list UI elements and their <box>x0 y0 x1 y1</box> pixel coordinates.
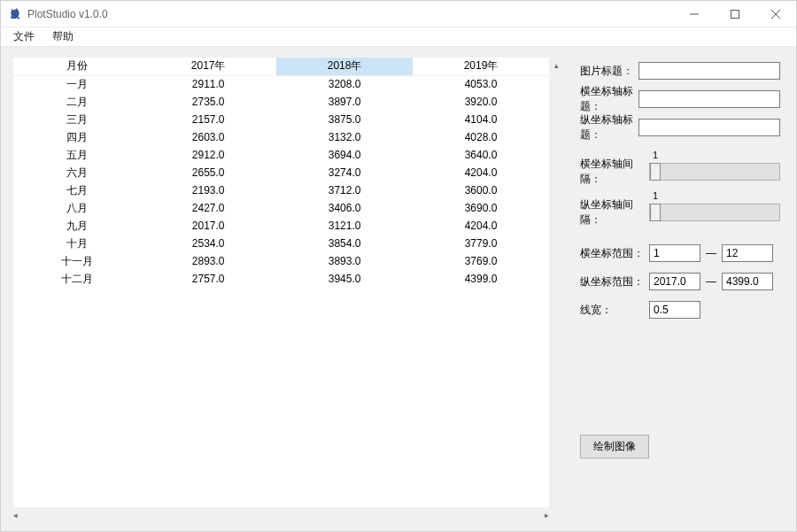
menubar: 文件 帮助 <box>1 27 796 47</box>
data-table[interactable]: 月份2017年2018年2019年 一月2911.03208.04053.0二月… <box>13 58 549 288</box>
table-row[interactable]: 十一月2893.03893.03769.0 <box>13 252 549 270</box>
table-cell[interactable]: 十一月 <box>13 252 140 270</box>
table-header-cell[interactable]: 2017年 <box>140 58 276 75</box>
table-row[interactable]: 五月2912.03694.03640.0 <box>13 146 549 164</box>
table-cell[interactable]: 3690.0 <box>413 199 549 217</box>
table-cell[interactable]: 2735.0 <box>140 93 276 111</box>
image-title-input[interactable] <box>638 62 780 80</box>
table-cell[interactable]: 4028.0 <box>413 128 549 146</box>
table-cell[interactable]: 3875.0 <box>276 111 413 128</box>
titlebar: PlotStudio v1.0.0 <box>1 1 796 27</box>
maximize-icon <box>731 10 739 19</box>
table-cell[interactable]: 3897.0 <box>276 93 413 111</box>
menu-file[interactable]: 文件 <box>4 27 43 46</box>
y-axis-title-input[interactable] <box>638 119 780 136</box>
table-cell[interactable]: 4104.0 <box>413 111 549 128</box>
table-cell[interactable]: 3694.0 <box>276 146 413 164</box>
table-cell[interactable]: 2911.0 <box>140 75 276 93</box>
table-cell[interactable]: 五月 <box>13 146 140 164</box>
linewidth-input[interactable] <box>649 301 700 319</box>
table-cell[interactable]: 2534.0 <box>140 235 276 252</box>
x-axis-title-input[interactable] <box>638 90 780 108</box>
table-cell[interactable]: 一月 <box>13 75 140 93</box>
table-row[interactable]: 三月2157.03875.04104.0 <box>13 111 549 128</box>
table-cell[interactable]: 十月 <box>13 235 140 252</box>
close-button[interactable] <box>755 1 796 27</box>
table-row[interactable]: 九月2017.03121.04204.0 <box>13 217 549 235</box>
table-cell[interactable]: 3779.0 <box>413 235 549 252</box>
x-range-max-input[interactable] <box>722 244 773 262</box>
table-row[interactable]: 四月2603.03132.04028.0 <box>13 128 549 146</box>
table-cell[interactable]: 2893.0 <box>140 252 276 270</box>
table-header-cell[interactable]: 2018年 <box>276 58 413 75</box>
table-row[interactable]: 八月2427.03406.03690.0 <box>13 199 549 217</box>
table-cell[interactable]: 4204.0 <box>413 164 549 181</box>
table-cell[interactable]: 2157.0 <box>140 111 276 128</box>
content-area: 月份2017年2018年2019年 一月2911.03208.04053.0二月… <box>1 47 796 532</box>
table-cell[interactable]: 4399.0 <box>413 270 549 288</box>
table-cell[interactable]: 2655.0 <box>140 164 276 181</box>
table-cell[interactable]: 2193.0 <box>140 181 276 199</box>
table-cell[interactable]: 2017.0 <box>140 217 276 235</box>
menu-help[interactable]: 帮助 <box>43 27 82 46</box>
table-row[interactable]: 六月2655.03274.04204.0 <box>13 164 549 181</box>
x-axis-title-label: 横坐标轴标题： <box>580 84 638 114</box>
table-cell[interactable]: 3406.0 <box>276 199 413 217</box>
table-cell[interactable]: 二月 <box>13 93 140 111</box>
table-cell[interactable]: 3920.0 <box>413 93 549 111</box>
table-row[interactable]: 一月2911.03208.04053.0 <box>13 75 549 93</box>
linewidth-label: 线宽： <box>580 303 649 318</box>
table-header-row: 月份2017年2018年2019年 <box>13 58 549 75</box>
x-interval-slider-thumb[interactable] <box>650 163 661 181</box>
x-range-min-input[interactable] <box>649 244 700 262</box>
x-interval-slider[interactable] <box>649 163 780 181</box>
vertical-scrollbar[interactable]: ▴ ▾ <box>549 58 564 522</box>
horizontal-scrollbar[interactable]: ◂ ▸ <box>13 507 549 522</box>
y-range-min-input[interactable] <box>649 273 700 290</box>
table-header-cell[interactable]: 月份 <box>13 58 140 75</box>
chevron-up-icon: ▴ <box>554 61 559 70</box>
y-interval-slider-thumb[interactable] <box>650 204 661 221</box>
table-cell[interactable]: 3121.0 <box>276 217 413 235</box>
table-cell[interactable]: 4053.0 <box>413 75 549 93</box>
table-cell[interactable]: 2912.0 <box>140 146 276 164</box>
table-cell[interactable]: 3132.0 <box>276 128 413 146</box>
scroll-up-button[interactable]: ▴ <box>549 58 564 73</box>
table-body: 一月2911.03208.04053.0二月2735.03897.03920.0… <box>13 75 549 288</box>
draw-button[interactable]: 绘制图像 <box>580 435 649 459</box>
table-cell[interactable]: 六月 <box>13 164 140 181</box>
table-cell[interactable]: 3945.0 <box>276 270 413 288</box>
table-header-cell[interactable]: 2019年 <box>413 58 549 75</box>
y-range-max-input[interactable] <box>722 273 773 290</box>
table-cell[interactable]: 2603.0 <box>140 128 276 146</box>
table-cell[interactable]: 九月 <box>13 217 140 235</box>
table-cell[interactable]: 3893.0 <box>276 252 413 270</box>
table-cell[interactable]: 4204.0 <box>413 217 549 235</box>
table-row[interactable]: 二月2735.03897.03920.0 <box>13 93 549 111</box>
vertical-scroll-track[interactable] <box>549 73 564 507</box>
options-pane: 图片标题： 横坐标轴标题： 纵坐标轴标题： 1 横坐标轴间隔： 1 纵坐标轴间隔… <box>564 58 785 522</box>
table-cell[interactable]: 3854.0 <box>276 235 413 252</box>
table-cell[interactable]: 十二月 <box>13 270 140 288</box>
table-cell[interactable]: 2757.0 <box>140 270 276 288</box>
scroll-corner <box>549 507 564 522</box>
horizontal-scroll-track[interactable] <box>18 507 545 522</box>
table-cell[interactable]: 四月 <box>13 128 140 146</box>
table-cell[interactable]: 3640.0 <box>413 146 549 164</box>
table-row[interactable]: 七月2193.03712.03600.0 <box>13 181 549 199</box>
table-cell[interactable]: 3600.0 <box>413 181 549 199</box>
x-range-label: 横坐标范围： <box>580 246 649 261</box>
table-cell[interactable]: 三月 <box>13 111 140 128</box>
table-row[interactable]: 十二月2757.03945.04399.0 <box>13 270 549 288</box>
table-cell[interactable]: 3274.0 <box>276 164 413 181</box>
maximize-button[interactable] <box>715 1 755 27</box>
table-cell[interactable]: 八月 <box>13 199 140 217</box>
table-cell[interactable]: 3712.0 <box>276 181 413 199</box>
table-cell[interactable]: 2427.0 <box>140 199 276 217</box>
table-cell[interactable]: 3769.0 <box>413 252 549 270</box>
table-cell[interactable]: 3208.0 <box>276 75 413 93</box>
table-cell[interactable]: 七月 <box>13 181 140 199</box>
y-interval-slider[interactable] <box>649 204 780 221</box>
table-row[interactable]: 十月2534.03854.03779.0 <box>13 235 549 252</box>
minimize-button[interactable] <box>674 1 715 27</box>
